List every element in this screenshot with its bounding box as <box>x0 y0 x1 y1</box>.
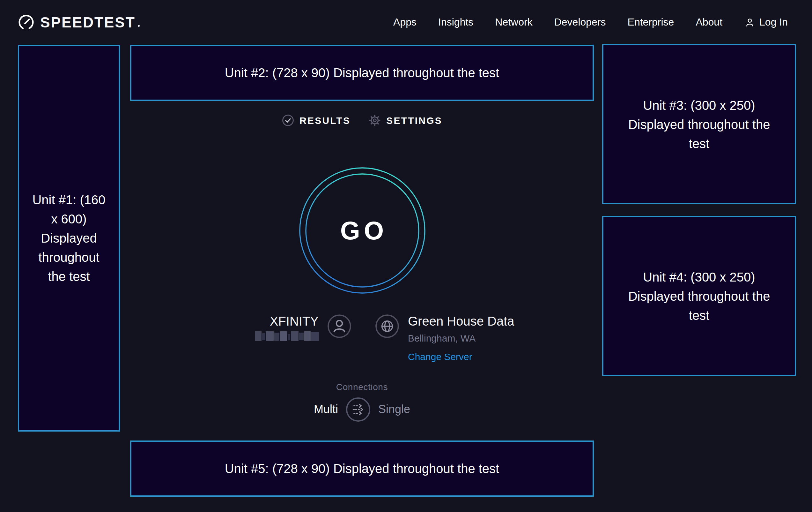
ad-unit-3[interactable]: Unit #3: (300 x 250) Displayed throughou… <box>602 44 796 204</box>
connection-mode-multi[interactable]: Multi <box>314 403 338 416</box>
speedtest-app: SPEEDTEST Apps Insights Network Develope… <box>0 0 812 512</box>
ad-unit-1-label: Unit #1: (160 x 600) Displayed throughou… <box>30 190 108 286</box>
server-location: Bellingham, WA <box>408 332 475 345</box>
gear-icon <box>368 114 380 127</box>
speedtest-logo[interactable]: SPEEDTEST <box>18 14 140 31</box>
isp-text: XFINITY <box>255 314 319 343</box>
globe-circle-icon <box>375 314 399 339</box>
ad-unit-3-label: Unit #3: (300 x 250) Displayed throughou… <box>625 96 773 153</box>
change-server-link[interactable]: Change Server <box>408 350 472 363</box>
check-circle-icon <box>282 114 294 127</box>
server-block: Green House Data Bellingham, WA Change S… <box>375 308 515 363</box>
host-info-row: XFINITY Gr <box>130 308 594 379</box>
user-circle-icon <box>327 314 351 339</box>
speedometer-logo-icon <box>18 14 34 31</box>
connection-toggle[interactable] <box>346 397 371 422</box>
user-icon <box>744 17 755 28</box>
redacted-ip-address <box>255 331 319 343</box>
nav-item-about[interactable]: About <box>696 17 722 28</box>
ad-unit-1[interactable]: Unit #1: (160 x 600) Displayed throughou… <box>18 45 120 432</box>
tab-settings[interactable]: SETTINGS <box>368 114 442 127</box>
go-button[interactable]: GO <box>298 167 426 294</box>
go-button-label: GO <box>298 167 426 294</box>
tab-results[interactable]: RESULTS <box>282 114 350 127</box>
connections-label: Connections <box>130 380 594 393</box>
connection-mode-single[interactable]: Single <box>378 403 410 416</box>
nav-item-login[interactable]: Log In <box>744 17 788 28</box>
server-text: Green House Data Bellingham, WA Change S… <box>408 314 515 363</box>
ad-unit-4[interactable]: Unit #4: (300 x 250) Displayed throughou… <box>602 216 796 376</box>
connections-row: Multi Single <box>130 397 594 422</box>
multi-connection-arrows-icon <box>346 397 371 422</box>
tabs-row: RESULTS SETTINGS <box>130 114 594 127</box>
logo-text: SPEEDTEST <box>40 14 136 31</box>
isp-block: XFINITY <box>255 308 351 343</box>
speed-test-panel: RESULTS SETTINGS <box>130 0 594 512</box>
ad-unit-4-label: Unit #4: (300 x 250) Displayed throughou… <box>625 267 773 325</box>
nav-item-enterprise[interactable]: Enterprise <box>628 17 674 28</box>
server-name: Green House Data <box>408 314 515 329</box>
results-tab-label: RESULTS <box>299 115 350 126</box>
settings-tab-label: SETTINGS <box>386 115 442 126</box>
isp-name: XFINITY <box>270 314 319 329</box>
connections-control: Connections Multi <box>130 380 594 422</box>
login-label: Log In <box>759 17 788 28</box>
